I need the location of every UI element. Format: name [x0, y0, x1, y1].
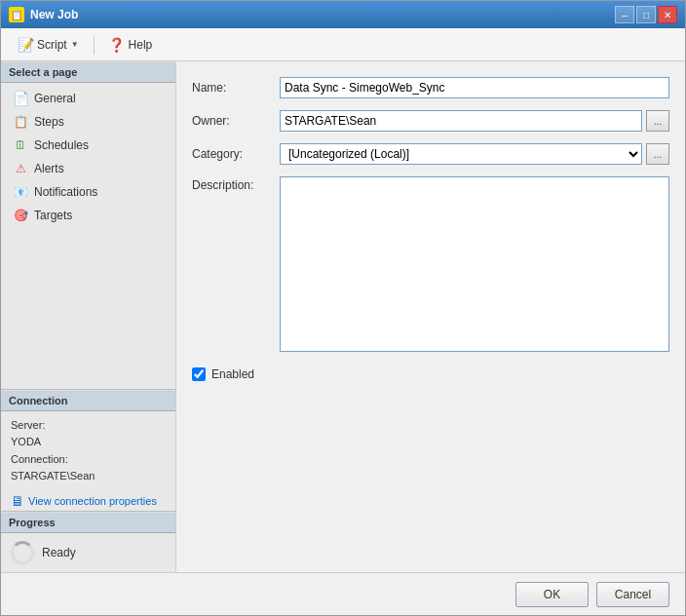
toolbar-separator [94, 35, 95, 55]
minimize-button[interactable]: – [615, 6, 634, 23]
name-label: Name: [192, 81, 280, 95]
view-connection-label: View connection properties [28, 495, 157, 507]
help-icon: ❓ [109, 37, 125, 53]
name-field [280, 77, 669, 98]
enabled-checkbox[interactable] [192, 367, 206, 381]
restore-button[interactable]: □ [636, 6, 656, 23]
connection-label: Connection: [11, 451, 166, 469]
sidebar-item-steps-label: Steps [34, 115, 64, 129]
server-label: Server: [11, 417, 166, 435]
connection-section: Connection Server: YODA Connection: STAR… [1, 389, 175, 511]
category-select-container: [Uncategorized (Local)] ... [280, 143, 669, 165]
sidebar-item-notifications[interactable]: 📧 Notifications [1, 180, 175, 204]
progress-section: Progress Ready [1, 511, 175, 572]
name-row: Name: [192, 77, 669, 98]
owner-label: Owner: [192, 114, 280, 128]
main-content: Select a page 📄 General 📋 Steps 🗓 Schedu… [1, 61, 685, 572]
sidebar-items: 📄 General 📋 Steps 🗓 Schedules ⚠ Alerts 📧 [1, 83, 175, 231]
ok-button[interactable]: OK [515, 582, 589, 607]
sidebar-item-schedules[interactable]: 🗓 Schedules [1, 134, 175, 157]
sidebar-item-alerts[interactable]: ⚠ Alerts [1, 157, 175, 180]
sidebar-item-schedules-label: Schedules [34, 138, 89, 152]
schedules-icon: 🗓 [13, 137, 28, 153]
connection-header: Connection [1, 390, 175, 411]
sidebar-item-notifications-label: Notifications [34, 185, 97, 199]
category-select[interactable]: [Uncategorized (Local)] [280, 143, 642, 165]
window-icon: 📋 [9, 7, 24, 22]
category-label: Category: [192, 147, 280, 161]
connection-info: Server: YODA Connection: STARGATE\Sean [1, 411, 175, 491]
sidebar-item-targets[interactable]: 🎯 Targets [1, 204, 175, 227]
sidebar-item-alerts-label: Alerts [34, 162, 64, 175]
main-window: 📋 New Job – □ ✕ 📝 Script ▼ ❓ Help Select… [0, 0, 686, 616]
window-title: New Job [30, 8, 78, 21]
cancel-button[interactable]: Cancel [596, 582, 669, 607]
help-button[interactable]: ❓ Help [100, 33, 162, 57]
progress-status: Ready [42, 546, 76, 559]
category-browse-button[interactable]: ... [646, 143, 669, 165]
sidebar: Select a page 📄 General 📋 Steps 🗓 Schedu… [1, 61, 176, 572]
sidebar-item-general[interactable]: 📄 General [1, 87, 175, 110]
script-dropdown-arrow: ▼ [71, 40, 79, 49]
alerts-icon: ⚠ [13, 161, 28, 176]
general-icon: 📄 [13, 91, 28, 106]
enabled-row: Enabled [192, 364, 669, 385]
toolbar: 📝 Script ▼ ❓ Help [1, 28, 685, 61]
progress-info: Ready [1, 533, 175, 572]
enabled-label: Enabled [211, 367, 254, 381]
script-label: Script [37, 38, 67, 52]
script-button[interactable]: 📝 Script ▼ [9, 33, 88, 57]
owner-browse-button[interactable]: ... [646, 110, 669, 132]
title-bar: 📋 New Job – □ ✕ [1, 1, 685, 28]
owner-field: ... [280, 110, 669, 132]
sidebar-header: Select a page [1, 61, 175, 83]
description-input[interactable] [280, 176, 669, 352]
server-value: YODA [11, 434, 166, 451]
close-button[interactable]: ✕ [658, 6, 677, 23]
category-row: Category: [Uncategorized (Local)] ... [192, 143, 669, 165]
steps-icon: 📋 [13, 114, 28, 130]
script-icon: 📝 [18, 37, 33, 53]
owner-input[interactable] [280, 110, 642, 132]
notifications-icon: 📧 [13, 184, 28, 200]
sidebar-item-general-label: General [34, 92, 76, 105]
name-input[interactable] [280, 77, 669, 98]
description-label: Description: [192, 176, 280, 192]
help-label: Help [129, 38, 153, 52]
content-area: Name: Owner: ... Category: [Uncategorize [176, 61, 685, 572]
description-row: Description: [192, 176, 669, 352]
targets-icon: 🎯 [13, 208, 28, 223]
connection-value: STARGATE\Sean [11, 468, 166, 485]
sidebar-item-targets-label: Targets [34, 209, 72, 222]
view-connection-properties-link[interactable]: 🖥 View connection properties [1, 491, 175, 511]
sidebar-item-steps[interactable]: 📋 Steps [1, 110, 175, 134]
title-bar-buttons: – □ ✕ [615, 6, 677, 23]
bottom-bar: OK Cancel [1, 572, 685, 615]
connection-link-icon: 🖥 [11, 493, 24, 509]
progress-spinner [11, 541, 34, 564]
owner-row: Owner: ... [192, 110, 669, 132]
progress-header: Progress [1, 512, 175, 533]
